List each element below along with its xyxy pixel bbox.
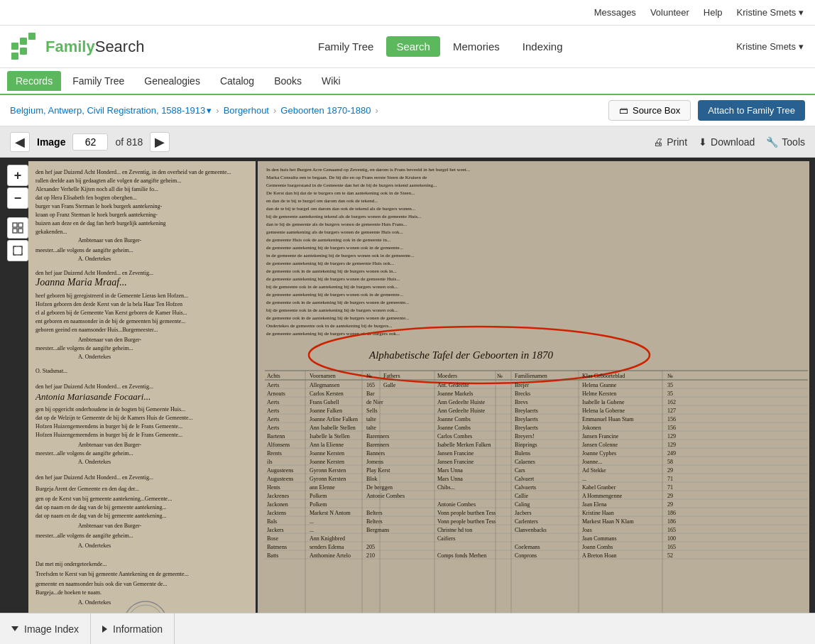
svg-text:Arnouts: Arnouts	[267, 391, 285, 397]
svg-text:Helme Kersten: Helme Kersten	[582, 391, 616, 397]
svg-text:№: №	[667, 373, 673, 379]
image-index-button[interactable]: Image Index	[0, 613, 91, 644]
nav-search[interactable]: Search	[386, 36, 440, 57]
subnav-records[interactable]: Records	[7, 71, 61, 91]
svg-text:gen bij opgericht onderhoudene: gen bij opgericht onderhoudene in de bog…	[35, 406, 185, 413]
user-account[interactable]: Kristine Smets ▾	[736, 41, 804, 52]
svg-text:Cars: Cars	[515, 467, 525, 474]
svg-text:Augusteens: Augusteens	[267, 476, 293, 482]
logo-text: FamilySearch	[45, 38, 144, 56]
svg-text:Jackrenes: Jackrenes	[267, 493, 289, 499]
svg-text:Gemeente burgerstand in de Gem: Gemeente burgerstand in de Gemeente dan …	[266, 182, 437, 188]
help-link[interactable]: Help	[704, 7, 723, 18]
download-button[interactable]: ⬇ Download	[699, 136, 755, 148]
svg-text:Fathers: Fathers	[383, 373, 400, 379]
volume-link[interactable]: Geboorten 1870-1880	[280, 105, 371, 116]
svg-text:Isabelle Merken Falken: Isabelle Merken Falken	[437, 442, 491, 448]
svg-text:Banners: Banners	[366, 450, 385, 457]
svg-text:dat op Hera Elisabeth fen bogt: dat op Hera Elisabeth fen bogten oberghe…	[35, 195, 137, 201]
svg-text:162: 162	[667, 399, 676, 405]
svg-text:de Nier: de Nier	[366, 399, 383, 405]
subnav-family-tree[interactable]: Family Tree	[64, 71, 133, 91]
zoom-out-button[interactable]: −	[7, 187, 28, 209]
svg-text:Marka Consulta een te begaan. : Marka Consulta een te begaan. De bij die…	[266, 175, 427, 180]
logo[interactable]: FamilySearch	[11, 33, 144, 61]
source-box-button[interactable]: 🗃 Source Box	[608, 100, 691, 121]
fit-view-button[interactable]	[7, 240, 28, 261]
zoom-in-button[interactable]: +	[7, 165, 28, 186]
svg-text:de gemeente aantekening bij de: de gemeente aantekening bij de burgers w…	[266, 276, 400, 282]
svg-text:A Hommengenne: A Hommengenne	[582, 493, 623, 499]
grid-view-button[interactable]	[7, 217, 28, 239]
subnav-books[interactable]: Books	[266, 71, 310, 91]
svg-text:Ann Gedeelte Huiste: Ann Gedeelte Huiste	[437, 399, 486, 405]
svg-text:Vonn people burthen Tess: Vonn people burthen Tess	[437, 518, 496, 525]
source-box-icon: 🗃	[619, 105, 628, 116]
nav-memories[interactable]: Memories	[443, 36, 510, 57]
collection-link[interactable]: Belgium, Antwerp, Civil Registration, 15…	[10, 105, 212, 116]
svg-rect-6	[18, 223, 23, 227]
download-icon: ⬇	[699, 136, 707, 148]
svg-text:29: 29	[667, 501, 673, 508]
svg-text:meester...alle volgens de aang: meester...alle volgens de aangifte gehei…	[35, 247, 133, 253]
svg-text:Comps fonds Merhen: Comps fonds Merhen	[437, 552, 486, 559]
svg-text:Joanne Cypbes: Joanne Cypbes	[582, 450, 616, 457]
svg-text:de gemeente aantekening bij de: de gemeente aantekening bij de burgers w…	[266, 292, 403, 298]
svg-text:Carlos Kersten: Carlos Kersten	[310, 391, 344, 397]
svg-text:Markest N Antom: Markest N Antom	[310, 510, 351, 516]
svg-text:Isabelle la Gubene: Isabelle la Gubene	[582, 399, 625, 405]
svg-text:156: 156	[667, 416, 676, 422]
svg-text:rallen deelde aan bij gedaagte: rallen deelde aan bij gedaagten alle vol…	[35, 178, 181, 184]
svg-text:205: 205	[366, 544, 375, 550]
attach-to-family-tree-button[interactable]: Attach to Family Tree	[698, 100, 805, 121]
information-button[interactable]: Information	[91, 613, 175, 644]
svg-text:Mars Unna: Mars Unna	[437, 467, 463, 474]
svg-text:Bals: Bals	[267, 518, 277, 525]
svg-text:bij de gemeente ook in de aant: bij de gemeente ook in de aantekening bi…	[266, 284, 398, 290]
messages-link[interactable]: Messages	[594, 7, 636, 18]
subnav-wiki[interactable]: Wiki	[313, 71, 349, 91]
print-button[interactable]: 🖨 Print	[653, 136, 687, 148]
svg-text:de gemeente ook in de aanteken: de gemeente ook in de aantekening bij de…	[266, 315, 409, 321]
svg-text:...: ...	[582, 476, 586, 482]
svg-text:Bulens: Bulens	[515, 450, 530, 457]
svg-text:de gemeente aantekening bij de: de gemeente aantekening bij de burgers d…	[266, 261, 395, 266]
svg-text:210: 210	[366, 552, 375, 559]
svg-text:Ann Isabelle Stellen: Ann Isabelle Stellen	[310, 425, 356, 431]
svg-text:Breylaerts: Breylaerts	[515, 408, 538, 414]
svg-text:165: 165	[667, 527, 676, 533]
nav-indexing[interactable]: Indexing	[513, 36, 573, 57]
svg-text:dan de te bij te burgel om dar: dan de te bij te burgel om darom dan ook…	[266, 206, 415, 212]
svg-text:Jansen Francine: Jansen Francine	[437, 459, 474, 465]
svg-text:Jacktens: Jacktens	[267, 510, 286, 516]
location-link[interactable]: Borgerhout	[224, 105, 269, 116]
svg-text:Jacbers: Jacbers	[515, 510, 532, 516]
svg-text:Joanne Kersten: Joanne Kersten	[310, 450, 344, 457]
zoom-controls: + −	[7, 165, 28, 261]
user-menu[interactable]: Kristine Smets ▾	[737, 7, 804, 18]
nav-family-tree[interactable]: Family Tree	[308, 36, 383, 57]
prev-image-button[interactable]: ◀	[10, 132, 30, 152]
svg-rect-0	[11, 43, 18, 50]
svg-text:Coelemans: Coelemans	[515, 544, 540, 550]
svg-text:Breylaerts: Breylaerts	[515, 425, 538, 431]
svg-text:Jansen Francine: Jansen Francine	[582, 433, 619, 440]
footer: Image Index Information	[0, 613, 815, 644]
next-image-button[interactable]: ▶	[150, 132, 170, 152]
volunteer-link[interactable]: Volunteer	[650, 7, 689, 18]
svg-text:Polkem: Polkem	[310, 493, 327, 499]
svg-text:Brevs: Brevs	[515, 399, 528, 405]
svg-text:29: 29	[667, 493, 673, 499]
svg-text:Belters: Belters	[366, 510, 383, 516]
subnav-catalog[interactable]: Catalog	[212, 71, 263, 91]
svg-text:A. Ondertekes: A. Ondertekes	[78, 542, 111, 549]
tools-button[interactable]: 🔧 Tools	[766, 136, 805, 148]
svg-text:Jokonen: Jokonen	[582, 425, 601, 431]
image-number-input[interactable]	[72, 133, 108, 151]
subnav-genealogies[interactable]: Genealogies	[136, 71, 209, 91]
top-bar: Messages Volunteer Help Kristine Smets ▾	[0, 0, 815, 26]
svg-text:Treefsden te Kerst van bij gem: Treefsden te Kerst van bij gemeente Aant…	[35, 571, 189, 577]
image-area[interactable]: + −	[0, 158, 815, 613]
svg-text:Calaenes: Calaenes	[515, 459, 535, 465]
svg-text:Aerts: Aerts	[267, 382, 279, 388]
